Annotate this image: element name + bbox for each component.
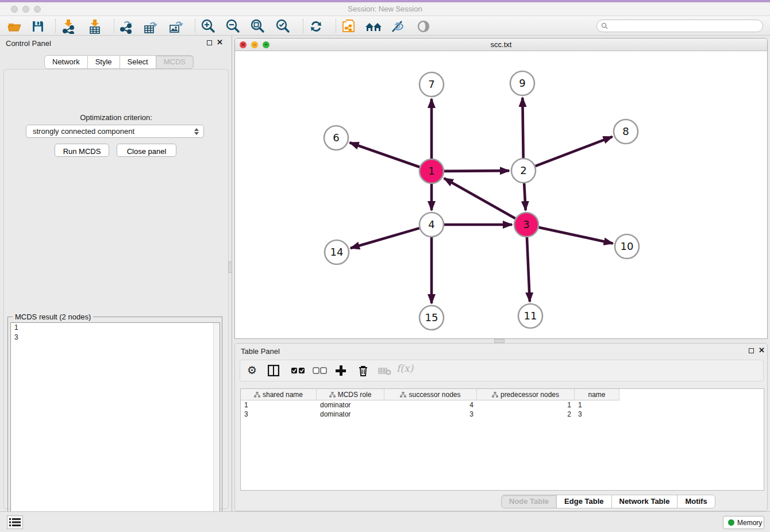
network-graph: 1234678910111415 xyxy=(235,51,767,338)
select-all-checkboxes-icon[interactable] xyxy=(291,365,306,378)
column-header-successor-nodes[interactable]: successor nodes xyxy=(384,389,477,400)
node-table: shared name MCDS role successor nodes pr… xyxy=(240,388,764,491)
save-session-icon[interactable] xyxy=(30,19,45,34)
mcds-result-title: MCDS result (2 nodes) xyxy=(13,313,93,321)
tab-node-table[interactable]: Node Table xyxy=(501,495,557,508)
cell-name[interactable]: 3 xyxy=(575,410,619,419)
zoom-in-icon[interactable] xyxy=(201,19,215,34)
column-header-name[interactable]: name xyxy=(575,389,619,400)
hide-style-icon[interactable] xyxy=(390,19,405,34)
float-panel-icon[interactable] xyxy=(207,40,212,45)
edge-2-8[interactable] xyxy=(536,137,613,166)
tab-network-table[interactable]: Network Table xyxy=(611,495,678,508)
cell-mcds-role[interactable]: dominator xyxy=(317,400,384,410)
column-header-mcds-role[interactable]: MCDS role xyxy=(317,389,384,400)
edge-1-2[interactable] xyxy=(444,171,509,171)
search-input[interactable] xyxy=(611,21,759,31)
tab-motifs[interactable]: Motifs xyxy=(677,495,715,508)
memory-status-icon xyxy=(728,519,734,526)
result-item[interactable]: 3 xyxy=(11,333,220,342)
import-table-icon[interactable] xyxy=(87,19,102,34)
mcds-panel: Optimization criterion: strongly connect… xyxy=(3,69,229,509)
tab-select[interactable]: Select xyxy=(120,55,156,69)
export-table-icon[interactable] xyxy=(143,19,158,34)
refresh-layout-icon[interactable] xyxy=(309,19,324,34)
home-view-icon[interactable] xyxy=(364,19,384,34)
node-label: 3 xyxy=(523,218,529,230)
delete-column-icon[interactable] xyxy=(357,365,369,378)
edge-1-6[interactable] xyxy=(350,142,420,167)
copy-network-icon[interactable] xyxy=(341,19,356,34)
memory-button[interactable]: Memory xyxy=(723,516,764,529)
close-panel-button[interactable]: Close panel xyxy=(117,144,176,157)
edge-2-9[interactable] xyxy=(522,98,523,158)
table-row[interactable]: 1 dominator 4 1 1 xyxy=(241,400,764,410)
close-panel-icon[interactable]: ✕ xyxy=(217,38,223,47)
export-network-icon[interactable] xyxy=(118,19,133,34)
toolbar-separator xyxy=(195,19,195,33)
result-item[interactable]: 1 xyxy=(11,323,220,333)
table-row[interactable]: 3 dominator 3 2 3 xyxy=(241,410,764,419)
main-toolbar xyxy=(0,16,770,36)
edge-3-11[interactable] xyxy=(527,237,530,302)
tab-style[interactable]: Style xyxy=(87,55,120,69)
column-header-shared-name[interactable]: shared name xyxy=(241,389,317,400)
table-header-row: shared name MCDS role successor nodes pr… xyxy=(241,389,764,400)
cell-predecessor-nodes[interactable]: 1 xyxy=(477,400,575,410)
import-network-icon[interactable] xyxy=(61,19,76,34)
cell-mcds-role[interactable]: dominator xyxy=(317,410,384,419)
close-table-panel-icon[interactable]: ✕ xyxy=(759,346,765,354)
edge-3-1[interactable] xyxy=(444,178,515,218)
run-mcds-button[interactable]: Run MCDS xyxy=(55,144,109,157)
cell-successor-nodes[interactable]: 4 xyxy=(384,400,477,410)
attribute-icon xyxy=(254,392,260,398)
panel-splitter-handle[interactable] xyxy=(228,261,232,273)
export-image-icon[interactable] xyxy=(168,19,183,34)
cell-shared-name[interactable]: 3 xyxy=(241,410,317,419)
attribute-icon xyxy=(400,392,406,398)
horizontal-splitter-handle[interactable] xyxy=(494,339,505,343)
table-panel-header: Table Panel ✕ xyxy=(235,344,767,358)
result-scrollbar[interactable] xyxy=(213,323,220,532)
settings-gear-icon[interactable]: ⚙ xyxy=(247,365,257,376)
node-label: 11 xyxy=(524,310,537,322)
show-graphics-details-icon[interactable] xyxy=(416,19,431,34)
column-header-predecessor-nodes[interactable]: predecessor nodes xyxy=(477,389,575,400)
toolbar-separator xyxy=(303,19,303,33)
edge-2-3[interactable] xyxy=(524,183,526,210)
node-label: 6 xyxy=(333,132,339,144)
cell-successor-nodes[interactable]: 3 xyxy=(384,410,477,419)
node-label: 14 xyxy=(330,246,344,258)
zoom-selected-icon[interactable] xyxy=(275,19,290,34)
edge-3-10[interactable] xyxy=(538,228,613,244)
add-column-icon[interactable] xyxy=(335,365,346,378)
toolbar-separator xyxy=(55,19,56,33)
tab-mcds[interactable]: MCDS xyxy=(156,55,194,69)
dropdown-stepper-icon xyxy=(194,127,199,136)
attribute-icon xyxy=(492,392,498,398)
network-window-titlebar[interactable]: ✕ − + scc.txt xyxy=(235,38,767,51)
zoom-out-icon[interactable] xyxy=(225,19,240,34)
cell-predecessor-nodes[interactable]: 2 xyxy=(477,410,575,419)
deselect-all-checkboxes-icon[interactable] xyxy=(313,365,328,378)
mcds-result-list[interactable]: 1 3 xyxy=(10,322,220,532)
float-table-panel-icon[interactable] xyxy=(749,348,754,353)
edge-4-14[interactable] xyxy=(351,228,419,248)
delete-table-icon xyxy=(378,365,392,378)
network-canvas[interactable]: 1234678910111415 xyxy=(235,51,767,338)
attribute-icon xyxy=(329,392,336,398)
criterion-dropdown[interactable]: strongly connected component xyxy=(26,125,204,138)
cell-shared-name[interactable]: 1 xyxy=(241,400,317,410)
column-layout-icon[interactable] xyxy=(268,365,279,378)
cell-name[interactable]: 1 xyxy=(575,400,619,410)
tab-network[interactable]: Network xyxy=(44,55,88,69)
tab-edge-table[interactable]: Edge Table xyxy=(556,495,611,508)
task-history-button[interactable] xyxy=(7,515,23,529)
memory-label: Memory xyxy=(737,519,762,527)
status-bar: Memory xyxy=(0,511,770,532)
node-label: 8 xyxy=(622,125,629,137)
search-field[interactable] xyxy=(596,20,763,32)
zoom-fit-icon[interactable] xyxy=(250,19,265,34)
optimization-criterion-label: Optimization criterion: xyxy=(4,113,228,122)
open-session-icon[interactable] xyxy=(7,19,22,34)
